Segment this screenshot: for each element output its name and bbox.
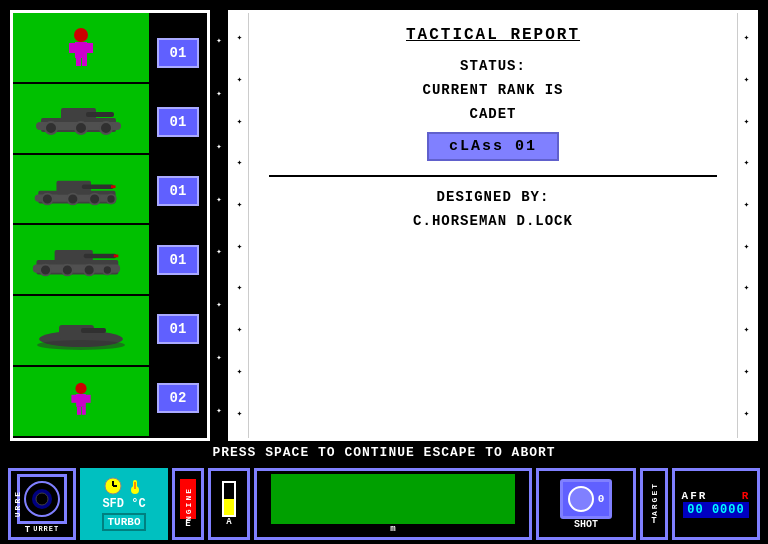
svg-point-35: [75, 382, 86, 393]
svg-point-0: [74, 28, 88, 42]
ammo-bar: [222, 481, 236, 517]
top-section: 01 01 01 01 01 02 ✦ ✦ ✦ ✦ ✦ ✦ ✦ ✦ ✦ ✦: [0, 0, 768, 441]
report-title: TACTICAL REPORT: [406, 26, 580, 44]
unit-num-2: 01: [157, 176, 199, 206]
class-badge: cLAss 01: [427, 132, 559, 161]
svg-rect-33: [81, 328, 106, 333]
designer-label: DESIGNED BY:: [437, 189, 550, 205]
turret-icon: [23, 480, 61, 518]
turbo-label: TURBO: [107, 516, 140, 528]
tank3-icon: [31, 240, 131, 280]
svg-point-20: [89, 194, 100, 205]
svg-rect-4: [76, 58, 81, 66]
shot-circle: [568, 486, 594, 512]
svg-point-43: [36, 493, 48, 505]
hud-engine: NGINE E: [172, 468, 204, 540]
svg-rect-40: [82, 406, 86, 414]
unit-num-0: 01: [157, 38, 199, 68]
unit-num-1: 01: [157, 107, 199, 137]
unit-num-3: 01: [157, 245, 199, 275]
thermometer-icon: [126, 477, 144, 495]
shot-label: SHOT: [574, 519, 598, 530]
svg-point-21: [106, 195, 115, 204]
svg-rect-38: [85, 394, 91, 402]
svg-point-19: [67, 194, 78, 205]
soldier-icon: [31, 27, 131, 67]
hud-terrain: m: [254, 468, 532, 540]
hud-target: ARGET T: [640, 468, 668, 540]
afr-top-label: AFR R: [682, 490, 751, 502]
report-dot-right: ✦ ✦ ✦ ✦ ✦ ✦ ✦ ✦ ✦ ✦: [737, 13, 755, 438]
svg-point-34: [37, 340, 125, 350]
unit-row-tank2: [13, 155, 149, 226]
hud-turret: URRE T URRET: [8, 468, 76, 540]
hud-shot: 0 SHOT: [536, 468, 636, 540]
svg-rect-9: [86, 112, 114, 117]
turret-side-label: URRE: [13, 490, 22, 517]
svg-rect-26: [114, 254, 119, 257]
svg-rect-3: [86, 43, 93, 53]
svg-point-10: [45, 122, 57, 134]
status-label: STATUS:: [460, 58, 526, 74]
hud-speed: SFD °C TURBO: [80, 468, 168, 540]
svg-rect-17: [111, 185, 116, 188]
tank4-icon: [31, 311, 131, 351]
target-label: ARGET: [650, 482, 659, 516]
dot-border-left: ✦ ✦ ✦ ✦ ✦ ✦ ✦ ✦: [210, 10, 228, 441]
unit-row-soldier: [13, 13, 149, 84]
svg-point-12: [100, 122, 112, 134]
terrain-m-label: m: [390, 524, 395, 534]
svg-rect-5: [82, 58, 87, 66]
rank-label: CURRENT RANK IS: [422, 82, 563, 98]
turret-label: URRET: [33, 525, 59, 535]
turret-display: [17, 474, 67, 524]
soldier2-icon: [31, 382, 131, 422]
designers: C.HORSEMAN D.LOCK: [413, 213, 573, 229]
svg-rect-39: [77, 406, 81, 414]
afr-numbers: 00 0000: [683, 502, 748, 518]
svg-point-28: [62, 264, 73, 275]
turret-t-label: T: [25, 525, 31, 535]
unit-numbers: 01 01 01 01 01 02: [149, 13, 207, 438]
shot-number: 0: [598, 493, 605, 505]
report-divider: [269, 175, 717, 177]
unit-num-4: 01: [157, 314, 199, 344]
rank-value: CADET: [469, 106, 516, 122]
engine-label: NGINE: [184, 487, 193, 521]
unit-icons: [13, 13, 149, 438]
unit-row-soldier2: [13, 367, 149, 438]
shot-display: 0: [560, 479, 612, 519]
unit-row-tank1: [13, 84, 149, 155]
ammo-a-label: A: [226, 517, 231, 527]
svg-rect-2: [69, 43, 76, 53]
svg-rect-1: [75, 42, 87, 58]
bottom-hud: URRE T URRET: [0, 464, 768, 544]
turbo-bar: TURBO: [102, 513, 145, 531]
svg-rect-49: [134, 482, 136, 489]
report-dot-left: ✦ ✦ ✦ ✦ ✦ ✦ ✦ ✦ ✦ ✦: [231, 13, 249, 438]
afr-display: AFR R 00 0000: [682, 490, 751, 518]
svg-rect-36: [76, 394, 86, 407]
svg-point-11: [75, 122, 87, 134]
svg-point-27: [40, 264, 51, 275]
main-container: 01 01 01 01 01 02 ✦ ✦ ✦ ✦ ✦ ✦ ✦ ✦ ✦ ✦: [0, 0, 768, 544]
hud-ammo: A: [208, 468, 250, 540]
clock-icon: [104, 477, 122, 495]
terrain-display: [271, 474, 516, 524]
report-panel: ✦ ✦ ✦ ✦ ✦ ✦ ✦ ✦ ✦ ✦ TACTICAL REPORT STAT…: [228, 10, 758, 441]
ammo-fill: [224, 499, 234, 515]
hud-afr: AFR R 00 0000: [672, 468, 760, 540]
svg-rect-25: [84, 254, 117, 259]
status-bar: PRESS SPACE TO CONTINUE ESCAPE TO ABORT: [0, 441, 768, 464]
target-t-label: T: [651, 516, 656, 526]
tank2-icon: [31, 169, 131, 209]
svg-rect-37: [71, 394, 77, 402]
svg-point-29: [84, 264, 95, 275]
afr-r-label: R: [742, 490, 751, 502]
unit-row-tank4: [13, 296, 149, 367]
report-content: TACTICAL REPORT STATUS: CURRENT RANK IS …: [269, 21, 717, 430]
svg-rect-16: [82, 185, 114, 190]
svg-point-18: [42, 194, 53, 205]
svg-point-30: [103, 265, 112, 274]
unit-panel: 01 01 01 01 01 02: [10, 10, 210, 441]
